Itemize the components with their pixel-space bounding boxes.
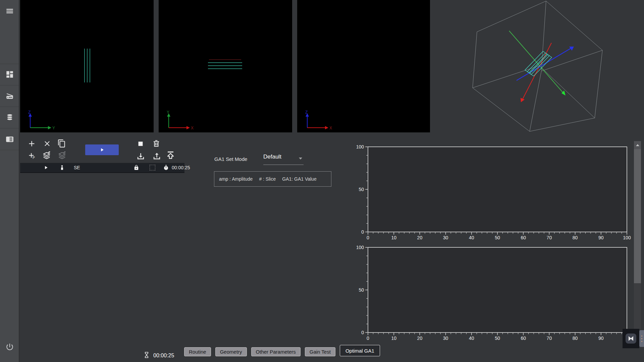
- sidebar-item-dashboard[interactable]: [3, 68, 16, 81]
- x-tick-label: 90: [598, 336, 604, 341]
- add-button[interactable]: [25, 137, 38, 150]
- plot-area: [368, 147, 627, 232]
- axis-indicator: Z X: [300, 110, 343, 132]
- patient-icon: [59, 165, 65, 171]
- scan-elapsed-time: 00:00:25: [153, 353, 174, 359]
- upload-button[interactable]: [150, 149, 163, 163]
- axis-label-v: Z: [305, 110, 308, 115]
- handle-dot: [641, 338, 642, 339]
- chat-widget-icon: [625, 333, 637, 344]
- y-tick-label: 50: [359, 187, 364, 192]
- legend-item: # : Slice: [259, 176, 276, 182]
- sequence-elapsed: 00:00:25: [172, 165, 190, 170]
- power-button[interactable]: [3, 340, 16, 354]
- reader-icon: [5, 135, 14, 143]
- tab-gain-test[interactable]: Gain Test: [305, 347, 335, 356]
- copy-button[interactable]: [55, 137, 68, 150]
- database-icon: [5, 113, 14, 122]
- upload-icon: [152, 152, 161, 161]
- seq-play-icon[interactable]: [44, 165, 48, 170]
- layers-button[interactable]: [40, 148, 53, 162]
- axis-label-v: Y: [167, 110, 169, 115]
- legend-item: amp : Amplitude: [219, 176, 253, 182]
- layers-disabled-button[interactable]: [55, 148, 69, 162]
- ga1-set-mode-select[interactable]: Default: [263, 154, 304, 165]
- sidebar-item-database[interactable]: [3, 111, 16, 124]
- add-protocol-button[interactable]: P: [25, 148, 38, 162]
- dashboard-icon: [5, 70, 14, 79]
- hourglass-icon: [143, 351, 150, 359]
- x-tick-label: 40: [469, 336, 474, 341]
- x-tick-label: 40: [469, 235, 474, 240]
- x-tick-label: 70: [547, 235, 552, 240]
- download-button[interactable]: [134, 149, 147, 163]
- tab-geometry[interactable]: Geometry: [215, 347, 247, 356]
- remove-button[interactable]: [40, 137, 54, 150]
- viewport-coronal[interactable]: Z Y: [20, 0, 154, 132]
- ga1-set-mode-label: GA1 Set Mode: [214, 156, 247, 162]
- y-tick-label: 100: [356, 245, 364, 250]
- lock-icon: [133, 165, 139, 171]
- ga1-plot-top: 0102030405060708090100050100: [354, 142, 637, 243]
- axis-indicator: Z Y: [23, 110, 66, 132]
- view-3d[interactable]: [430, 0, 644, 141]
- tab-other-parameters[interactable]: Other Parameters: [251, 347, 301, 356]
- viewport-sagittal[interactable]: Y X: [159, 0, 292, 132]
- x-tick-label: 50: [495, 336, 500, 341]
- run-button[interactable]: [85, 144, 119, 155]
- menu-button[interactable]: [3, 4, 16, 18]
- x-tick-label: 0: [367, 336, 369, 341]
- legend-box: amp : Amplitude# : SliceGA1: GA1 Value: [214, 171, 331, 187]
- x-tick-label: 20: [417, 336, 423, 341]
- copy-icon: [57, 139, 66, 148]
- x-tick-label: 80: [573, 336, 578, 341]
- stop-icon: [137, 140, 144, 147]
- publish-button[interactable]: [164, 148, 177, 162]
- handle-dot: [641, 336, 642, 337]
- y-tick-label: 50: [359, 287, 364, 293]
- stop-button[interactable]: [134, 137, 147, 150]
- layers-icon: [42, 150, 51, 160]
- add-p-icon: P: [27, 151, 36, 160]
- sequence-name: SE: [74, 165, 80, 170]
- sidebar-item-reader[interactable]: [3, 132, 16, 146]
- chat-widget[interactable]: [623, 329, 639, 348]
- sidebar: [0, 0, 19, 362]
- sidebar-divider: [0, 150, 19, 150]
- publish-icon: [166, 150, 175, 160]
- plot-area: [368, 247, 627, 333]
- axis-label-v: Z: [28, 110, 31, 115]
- slice-stack-3d: [525, 51, 552, 76]
- ga1-set-mode-value: Default: [263, 154, 281, 160]
- sidebar-divider: [0, 107, 19, 107]
- chevron-down-icon: [299, 158, 302, 160]
- ga1-plot-bottom: 0102030405060708090100050100: [354, 243, 637, 344]
- scrollbar-thumb[interactable]: [634, 149, 641, 283]
- download-icon: [136, 152, 145, 161]
- vertical-scrollbar[interactable]: [634, 141, 641, 329]
- legend-item: GA1: GA1 Value: [282, 176, 316, 182]
- x-tick-label: 10: [391, 235, 396, 240]
- widget-handle[interactable]: [639, 330, 644, 347]
- x-tick-label: 0: [367, 235, 369, 240]
- sidebar-item-scanner[interactable]: [3, 89, 16, 103]
- tab-optimal-ga1[interactable]: Optimal GA1: [340, 345, 380, 356]
- viewport-axial[interactable]: Z X: [297, 0, 430, 132]
- sequence-row[interactable]: SE 00:00:25: [20, 163, 184, 173]
- x-tick-label: 70: [547, 336, 552, 341]
- handle-dot: [641, 341, 642, 342]
- scroll-up-button[interactable]: [634, 141, 641, 149]
- power-icon: [5, 343, 14, 351]
- tab-routine[interactable]: Routine: [184, 347, 211, 356]
- axis-label-h: X: [191, 126, 194, 130]
- y-tick-label: 0: [361, 330, 364, 335]
- sidebar-divider: [0, 85, 19, 85]
- axis-label-h: Y: [52, 126, 55, 130]
- svg-text:P: P: [33, 156, 35, 160]
- x-tick-label: 30: [443, 336, 448, 341]
- x-tick-label: 90: [598, 235, 604, 240]
- delete-button[interactable]: [150, 137, 163, 150]
- x-tick-label: 60: [521, 235, 526, 240]
- add-icon: [27, 139, 36, 148]
- y-tick-label: 100: [356, 144, 364, 149]
